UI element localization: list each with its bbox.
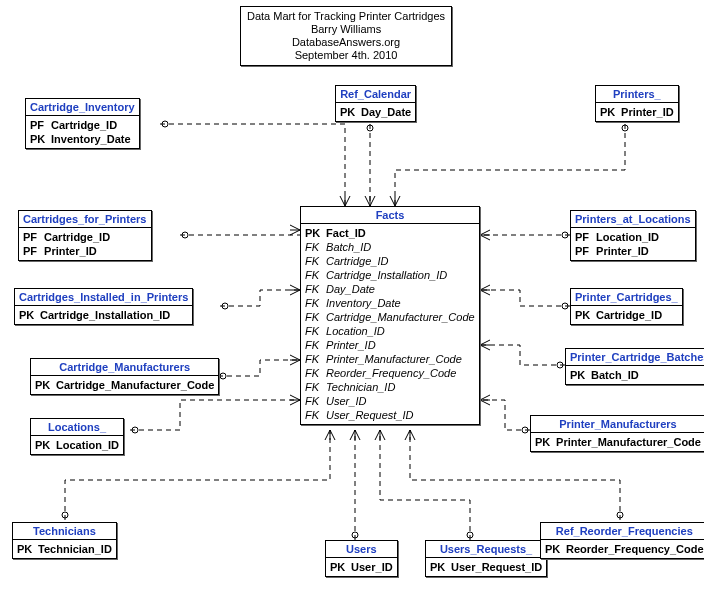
entity-body: PK Batch_ID (566, 366, 704, 384)
entity-printers-at-locations: Printers_at_Locations PF Location_IDPF P… (570, 210, 696, 261)
attr-name: Printer_Manufacturer_Code (556, 436, 701, 448)
entity-title: Users_Requests_ (426, 541, 546, 558)
svg-point-14 (617, 512, 623, 518)
entity-title: Printer_Cartridge_Batches (566, 349, 704, 366)
entity-printer-cartridge-batches: Printer_Cartridge_Batches PK Batch_ID (565, 348, 704, 385)
key-type: PF (575, 230, 593, 244)
attribute-row: PK Location_ID (35, 438, 119, 452)
svg-point-5 (220, 373, 226, 379)
attr-name: Technician_ID (38, 543, 112, 555)
attr-name: Fact_ID (326, 227, 366, 239)
entity-cartridges-for-printers: Cartridges_for_Printers PF Cartridge_IDP… (18, 210, 152, 261)
attr-name: Cartridge_ID (44, 231, 110, 243)
entity-users-requests: Users_Requests_ PK User_Request_ID (425, 540, 547, 577)
attribute-row: FK User_ID (305, 394, 475, 408)
attribute-row: PK Cartridge_ID (575, 308, 678, 322)
svg-point-12 (557, 362, 563, 368)
key-type: PK (17, 542, 35, 556)
entity-body: PK User_Request_ID (426, 558, 546, 576)
attr-name: Cartridge_ID (51, 119, 117, 131)
key-type: FK (305, 310, 323, 324)
attr-name: Location_ID (326, 325, 385, 337)
attribute-row: FK Reorder_Frequency_Code (305, 366, 475, 380)
attribute-row: PF Printer_ID (575, 244, 691, 258)
attribute-row: PK User_Request_ID (430, 560, 542, 574)
key-type: PF (23, 230, 41, 244)
attribute-row: FK Cartridge_Manufacturer_Code (305, 310, 475, 324)
entity-title: Printer_Cartridges_ (571, 289, 682, 306)
svg-point-13 (522, 427, 528, 433)
title-line3: DatabaseAnswers.org (247, 36, 445, 49)
attr-name: Printer_ID (596, 245, 649, 257)
key-type: FK (305, 366, 323, 380)
attr-name: Location_ID (596, 231, 659, 243)
attribute-row: FK Technician_ID (305, 380, 475, 394)
key-type: FK (305, 254, 323, 268)
attribute-row: FK Cartridge_Installation_ID (305, 268, 475, 282)
svg-point-8 (352, 532, 358, 538)
attribute-row: PF Cartridge_ID (23, 230, 147, 244)
attr-name: Printer_Manufacturer_Code (326, 353, 462, 365)
attribute-row: PK Cartridge_Installation_ID (19, 308, 188, 322)
key-type: FK (305, 282, 323, 296)
entity-body: PK Cartridge_Manufacturer_Code (31, 376, 218, 394)
attribute-row: FK User_Request_ID (305, 408, 475, 422)
key-type: PK (30, 132, 48, 146)
entity-title: Locations_ (31, 419, 123, 436)
entity-body: PK Day_Date (336, 103, 415, 121)
key-type: PK (19, 308, 37, 322)
attr-name: User_ID (326, 395, 366, 407)
attribute-row: PF Printer_ID (23, 244, 147, 258)
entity-title: Cartridges_for_Printers (19, 211, 151, 228)
svg-point-6 (132, 427, 138, 433)
svg-point-7 (62, 512, 68, 518)
svg-point-1 (367, 125, 373, 131)
entity-title: Ref_Reorder_Frequencies (541, 523, 704, 540)
attr-name: User_ID (351, 561, 393, 573)
entity-title: Facts (301, 207, 479, 224)
attribute-row: FK Printer_Manufacturer_Code (305, 352, 475, 366)
attr-name: User_Request_ID (326, 409, 413, 421)
svg-point-4 (222, 303, 228, 309)
entity-title: Technicians (13, 523, 116, 540)
key-type: FK (305, 338, 323, 352)
key-type: FK (305, 240, 323, 254)
attribute-row: FK Printer_ID (305, 338, 475, 352)
entity-body: PK Cartridge_ID (571, 306, 682, 324)
key-type: FK (305, 296, 323, 310)
key-type: PK (35, 378, 53, 392)
key-type: FK (305, 352, 323, 366)
key-type: FK (305, 380, 323, 394)
entity-body: PK Printer_ID (596, 103, 678, 121)
attr-name: Batch_ID (326, 241, 371, 253)
key-type: FK (305, 268, 323, 282)
entity-body: PK Location_ID (31, 436, 123, 454)
attr-name: Cartridge_ID (326, 255, 388, 267)
attribute-row: PK Technician_ID (17, 542, 112, 556)
entity-body: PK Cartridge_Installation_ID (15, 306, 192, 324)
key-type: PK (340, 105, 358, 119)
title-line4: September 4th. 2010 (247, 49, 445, 62)
svg-point-0 (162, 121, 168, 127)
entity-printers: Printers_ PK Printer_ID (595, 85, 679, 122)
attribute-row: PK Printer_ID (600, 105, 674, 119)
attr-name: Cartridge_Installation_ID (40, 309, 170, 321)
attr-name: User_Request_ID (451, 561, 542, 573)
entity-title: Cartridge_Manufacturers (31, 359, 218, 376)
entity-title: Cartridges_Installed_in_Printers (15, 289, 192, 306)
attr-name: Cartridge_ID (596, 309, 662, 321)
entity-cartridge-manufacturers: Cartridge_Manufacturers PK Cartridge_Man… (30, 358, 219, 395)
title-line2: Barry Williams (247, 23, 445, 36)
attr-name: Printer_ID (326, 339, 376, 351)
entity-body: PK Technician_ID (13, 540, 116, 558)
key-type: PF (575, 244, 593, 258)
key-type: PK (305, 226, 323, 240)
key-type: PK (430, 560, 448, 574)
entity-printer-manufacturers: Printer_Manufacturers PK Printer_Manufac… (530, 415, 704, 452)
attr-name: Cartridge_Manufacturer_Code (326, 311, 475, 323)
key-type: FK (305, 394, 323, 408)
key-type: PK (535, 435, 553, 449)
entity-technicians: Technicians PK Technician_ID (12, 522, 117, 559)
attribute-row: PK Reorder_Frequency_Code (545, 542, 704, 556)
key-type: FK (305, 408, 323, 422)
